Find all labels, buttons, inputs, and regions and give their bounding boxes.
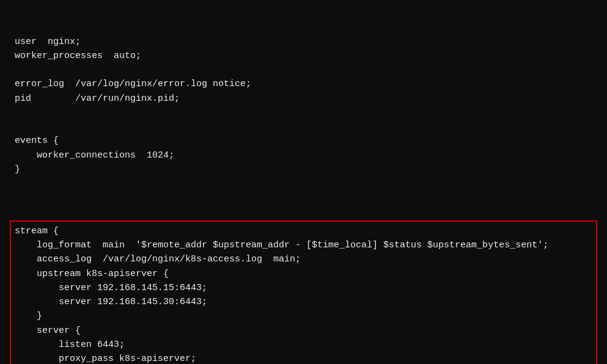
highlighted-code-line: } — [11, 309, 596, 323]
code-line: user nginx; — [10, 35, 597, 49]
code-line — [10, 177, 597, 191]
highlighted-code-line: access_log /var/log/nginx/k8s-access.log… — [11, 252, 596, 266]
highlighted-code-line: stream { — [11, 224, 596, 238]
code-line — [10, 120, 597, 134]
lines-before: user nginx;worker_processes auto; error_… — [10, 35, 597, 191]
code-line: error_log /var/log/nginx/error.log notic… — [10, 77, 597, 91]
code-line: worker_connections 1024; — [10, 148, 597, 162]
highlighted-block: stream { log_format main '$remote_addr $… — [10, 220, 597, 364]
code-line: } — [10, 162, 597, 177]
code-line: pid /var/run/nginx.pid; — [10, 92, 597, 106]
code-line — [10, 63, 597, 77]
highlighted-code-line: listen 6443; — [11, 338, 596, 352]
code-line: worker_processes auto; — [10, 49, 597, 63]
highlighted-code-line: server 192.168.145.30:6443; — [11, 295, 596, 309]
highlighted-code-line: proxy_pass k8s-apiserver; — [11, 352, 596, 364]
highlighted-code-line: server 192.168.145.15:6443; — [11, 281, 596, 295]
highlighted-code-line: log_format main '$remote_addr $upstream_… — [11, 238, 596, 252]
code-editor: user nginx;worker_processes auto; error_… — [10, 6, 597, 364]
code-line: events { — [10, 134, 597, 148]
code-line — [10, 106, 597, 120]
highlighted-code-line: server { — [11, 324, 596, 338]
highlighted-code-line: upstream k8s-apiserver { — [11, 267, 596, 281]
